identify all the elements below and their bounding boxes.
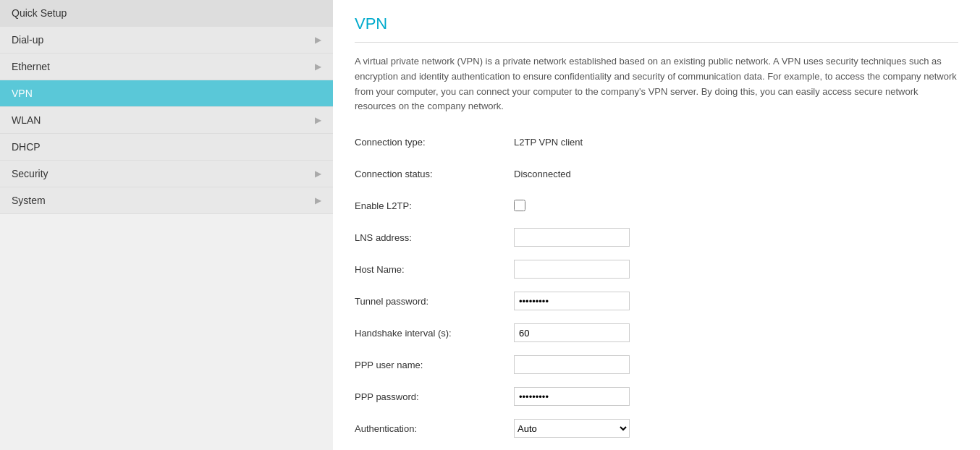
handshake-interval-input[interactable]: [514, 323, 630, 342]
tunnel-password-row: Tunnel password:: [355, 291, 958, 311]
sidebar-item-ethernet[interactable]: Ethernet ▶: [0, 54, 333, 80]
connection-type-value: L2TP VPN client: [514, 137, 583, 148]
tunnel-password-label: Tunnel password:: [355, 296, 514, 307]
tunnel-password-input[interactable]: [514, 292, 630, 310]
enable-l2tp-row: Enable L2TP:: [355, 195, 958, 216]
connection-type-label: Connection type:: [355, 137, 514, 148]
chevron-right-icon: ▶: [315, 61, 321, 72]
sidebar-item-quick-setup[interactable]: Quick Setup: [0, 0, 333, 27]
ppp-password-label: PPP password:: [355, 391, 514, 402]
chevron-right-icon: ▶: [315, 169, 321, 179]
sidebar-item-label: VPN: [12, 88, 33, 99]
sidebar-item-dial-up[interactable]: Dial-up ▶: [0, 27, 333, 54]
host-name-label: Host Name:: [355, 264, 514, 275]
main-content: VPN A virtual private network (VPN) is a…: [333, 0, 980, 450]
authentication-select[interactable]: Auto PAP CHAP MS-CHAP v2: [514, 419, 630, 438]
connection-type-row: Connection type: L2TP VPN client: [355, 132, 958, 152]
sidebar-item-dhcp[interactable]: DHCP: [0, 134, 333, 161]
ppp-password-row: PPP password:: [355, 386, 958, 407]
authentication-row: Authentication: Auto PAP CHAP MS-CHAP v2: [355, 418, 958, 438]
chevron-right-icon: ▶: [315, 115, 321, 125]
vpn-description: A virtual private network (VPN) is a pri…: [355, 54, 958, 114]
sidebar-item-vpn[interactable]: VPN: [0, 80, 333, 107]
lns-address-input[interactable]: [514, 228, 630, 247]
ppp-password-input[interactable]: [514, 387, 630, 406]
chevron-right-icon: ▶: [315, 195, 321, 205]
sidebar-item-label: Ethernet: [12, 61, 50, 72]
sidebar-item-label: Quick Setup: [12, 7, 67, 19]
sidebar-item-label: WLAN: [12, 114, 41, 126]
ppp-username-row: PPP user name:: [355, 355, 958, 375]
enable-l2tp-checkbox[interactable]: [514, 200, 525, 211]
connection-status-row: Connection status: Disconnected: [355, 164, 958, 184]
sidebar-item-label: System: [12, 195, 46, 206]
authentication-label: Authentication:: [355, 423, 514, 434]
host-name-row: Host Name:: [355, 259, 958, 279]
sidebar-item-security[interactable]: Security ▶: [0, 161, 333, 187]
sidebar-item-wlan[interactable]: WLAN ▶: [0, 107, 333, 134]
chevron-right-icon: ▶: [315, 35, 321, 45]
lns-address-row: LNS address:: [355, 227, 958, 247]
sidebar-item-label: DHCP: [12, 141, 41, 153]
handshake-interval-label: Handshake interval (s):: [355, 328, 514, 339]
connection-status-label: Connection status:: [355, 169, 514, 179]
host-name-input[interactable]: [514, 260, 630, 279]
layout: Quick Setup Dial-up ▶ Ethernet ▶ VPN WLA…: [0, 0, 980, 450]
handshake-interval-row: Handshake interval (s):: [355, 323, 958, 343]
vpn-form: Connection type: L2TP VPN client Connect…: [355, 132, 958, 438]
sidebar-item-label: Dial-up: [12, 34, 43, 46]
connection-status-value: Disconnected: [514, 169, 571, 179]
sidebar: Quick Setup Dial-up ▶ Ethernet ▶ VPN WLA…: [0, 0, 333, 450]
sidebar-item-system[interactable]: System ▶: [0, 187, 333, 214]
page-title: VPN: [355, 14, 958, 43]
sidebar-item-label: Security: [12, 168, 48, 179]
ppp-username-input[interactable]: [514, 355, 630, 374]
lns-address-label: LNS address:: [355, 232, 514, 243]
ppp-username-label: PPP user name:: [355, 360, 514, 370]
enable-l2tp-label: Enable L2TP:: [355, 200, 514, 211]
